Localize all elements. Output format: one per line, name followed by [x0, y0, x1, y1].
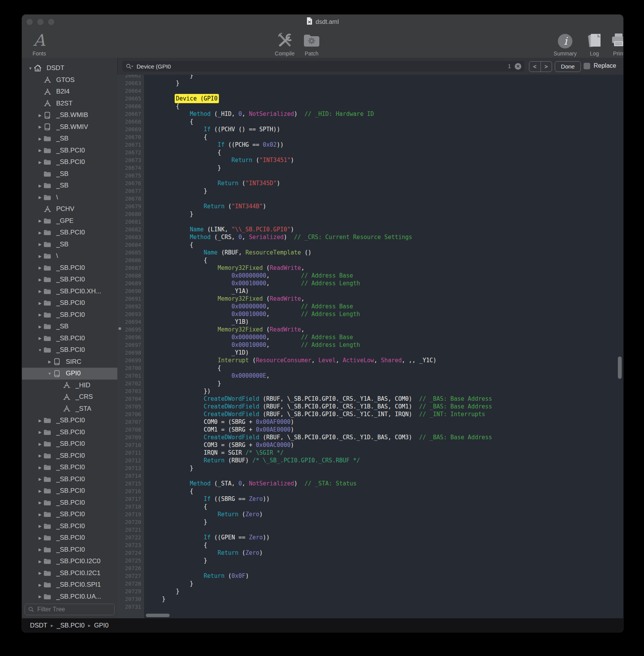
code-line[interactable]: 20665 Device (GPI0: [117, 95, 623, 102]
code-line[interactable]: 20708 COM1 = (SBRG + 0x00AE0000): [117, 426, 623, 433]
disclosure-right-icon[interactable]: ▶: [37, 137, 43, 141]
pane-splitter-handle[interactable]: [118, 327, 121, 330]
code-line[interactable]: 20706 CreateDWordField (RBUF, \_SB.PCI0.…: [117, 410, 623, 418]
code-line[interactable]: 20723 {: [117, 541, 623, 549]
code-line[interactable]: 20690 _Y1A): [117, 287, 623, 295]
breadcrumb-item-gpi0[interactable]: GPI0: [94, 622, 108, 629]
disclosure-right-icon[interactable]: ▶: [37, 418, 43, 423]
tree-item-sbpci0[interactable]: ▶_SB.PCI0: [22, 438, 117, 450]
tree-item-hid[interactable]: _HID: [22, 380, 117, 392]
tree-item-sbpci0[interactable]: ▶_SB.PCI0: [22, 474, 117, 485]
tree-item-sb[interactable]: ▶_SB: [22, 239, 117, 251]
disclosure-right-icon[interactable]: ▶: [37, 524, 43, 528]
code-line[interactable]: 20725 }: [117, 557, 623, 564]
tree-item-sbpci0ua[interactable]: ▶_SB.PCI0.UA...: [22, 591, 117, 602]
tree-item-sbpci0[interactable]: ▶_SB.PCI0: [22, 297, 117, 309]
disclosure-right-icon[interactable]: ▶: [37, 465, 43, 470]
code-line[interactable]: 20701 0x0000000E,: [117, 372, 623, 380]
code-line[interactable]: 20709 CreateDWordField (RBUF, \_SB.PCI0.…: [117, 433, 623, 441]
code-line[interactable]: 20707 COM0 = (SBRG + 0x00AF0000): [117, 418, 623, 426]
code-line[interactable]: 20684 {: [117, 241, 623, 249]
tree-item-sb[interactable]: _SB: [22, 168, 117, 180]
disclosure-right-icon[interactable]: ▶: [37, 289, 43, 293]
code-line[interactable]: 20721: [117, 526, 623, 534]
tree-item-sbpci0[interactable]: ▶_SB.PCI0: [22, 333, 117, 345]
tree-item-sbpci0[interactable]: ▼_SB.PCI0: [22, 344, 117, 356]
code-line[interactable]: 20666 {: [117, 102, 623, 110]
disclosure-right-icon[interactable]: ▶: [37, 325, 43, 329]
code-line[interactable]: 20685 Name (RBUF, ResourceTemplate (): [117, 249, 623, 256]
horizontal-scrollbar[interactable]: [146, 614, 170, 617]
disclosure-right-icon[interactable]: ▶: [47, 360, 53, 364]
breadcrumb-item-sbpci0[interactable]: _SB.PCI0: [57, 622, 84, 629]
code-line[interactable]: 20705 CreateDWordField (RBUF, \_SB.PCI0.…: [117, 403, 623, 410]
code-line[interactable]: 20667 Method (_HID, 0, NotSerialized) //…: [117, 110, 623, 118]
tree-item-sbpci0[interactable]: ▶_SB.PCI0: [22, 274, 117, 286]
tree-item-sbpci0[interactable]: ▶_SB.PCI0: [22, 309, 117, 321]
disclosure-right-icon[interactable]: ▶: [37, 313, 43, 317]
code-line[interactable]: 20703 }): [117, 387, 623, 395]
code-line[interactable]: 20715 Method (_STA, 0, NotSerialized) //…: [117, 480, 623, 487]
disclosure-right-icon[interactable]: ▶: [37, 489, 43, 493]
code-editor[interactable]: 20662 }20663 }2066420665 Device (GPI0206…: [117, 75, 623, 618]
tree-item-gpe[interactable]: ▶_GPE: [22, 215, 117, 227]
code-line[interactable]: 20693 0x00010000, // Address Length: [117, 310, 623, 318]
done-button[interactable]: Done: [555, 61, 581, 72]
code-line[interactable]: 20726: [117, 564, 623, 572]
disclosure-right-icon[interactable]: ▶: [37, 219, 43, 223]
tree-item-[interactable]: ▶\: [22, 192, 117, 204]
code-line[interactable]: 20682 Name (LINK, "\\_SB.PCI0.GPI0"): [117, 226, 623, 233]
tree-item-b2i4[interactable]: B2I4: [22, 86, 117, 98]
code-line[interactable]: 20688 0x00000000, // Address Base: [117, 272, 623, 279]
tree-item-pchv[interactable]: PCHV: [22, 203, 117, 215]
tree-item-sbpci0[interactable]: ▶_SB.PCI0: [22, 145, 117, 157]
code-line[interactable]: 20694 _Y1B): [117, 318, 623, 326]
code-line[interactable]: 20675: [117, 172, 623, 179]
disclosure-right-icon[interactable]: ▶: [37, 536, 43, 540]
disclosure-right-icon[interactable]: ▶: [37, 571, 43, 575]
code-line[interactable]: 20711 IRQN = SGIR /* \SGIR */: [117, 449, 623, 457]
disclosure-right-icon[interactable]: ▶: [37, 430, 43, 434]
tree-item-sbwmiv[interactable]: ▶_SB.WMIV: [22, 121, 117, 133]
code-line[interactable]: 20722 If ((GPEN == Zero)): [117, 534, 623, 541]
patch-button[interactable]: Patch: [290, 30, 333, 57]
code-line[interactable]: 20700 {: [117, 364, 623, 372]
code-line[interactable]: 20663 }: [117, 79, 623, 87]
code-line[interactable]: 20714: [117, 472, 623, 480]
tree-item-gtos[interactable]: GTOS: [22, 74, 117, 86]
code-line[interactable]: 20664: [117, 87, 623, 95]
code-line[interactable]: 20720 }: [117, 518, 623, 526]
code-line[interactable]: 20670 {: [117, 133, 623, 141]
disclosure-right-icon[interactable]: ▶: [37, 336, 43, 340]
code-line[interactable]: 20680 }: [117, 210, 623, 218]
disclosure-right-icon[interactable]: ▶: [37, 477, 43, 481]
tree-item-sbpci0i2c0[interactable]: ▶_SB.PCI0.I2C0: [22, 556, 117, 567]
titlebar[interactable]: dsdt.aml: [22, 15, 623, 29]
code-line[interactable]: 20676 Return ("INT345D"): [117, 179, 623, 187]
code-line[interactable]: 20727 Return (0x0F): [117, 572, 623, 580]
tree-item-sb[interactable]: ▶_SB: [22, 321, 117, 333]
tree-item-crs[interactable]: _CRS: [22, 391, 117, 403]
disclosure-right-icon[interactable]: ▶: [37, 559, 43, 564]
code-line[interactable]: 20674 }: [117, 164, 623, 172]
tree-item-b2st[interactable]: B2ST: [22, 98, 117, 110]
disclosure-down-icon[interactable]: ▼: [37, 348, 43, 352]
code-line[interactable]: 20710 COM3 = (SBRG + 0x00AC0000): [117, 441, 623, 449]
code-line[interactable]: 20713 }: [117, 464, 623, 472]
fonts-button[interactable]: A Fonts: [22, 30, 60, 57]
disclosure-right-icon[interactable]: ▶: [37, 125, 43, 129]
tree-item-sbpci0xh[interactable]: ▶_SB.PCI0.XH...: [22, 286, 117, 298]
tree-item-sbpci0[interactable]: ▶_SB.PCI0: [22, 485, 117, 497]
disclosure-right-icon[interactable]: ▶: [37, 583, 43, 587]
disclosure-right-icon[interactable]: ▶: [37, 512, 43, 517]
code-line[interactable]: 20683 Method (_CRS, 0, Serialized) // _C…: [117, 233, 623, 241]
disclosure-right-icon[interactable]: ▶: [37, 184, 43, 188]
breadcrumb-item-dsdt[interactable]: DSDT: [30, 622, 47, 629]
code-line[interactable]: 20689 0x00010000, // Address Length: [117, 279, 623, 287]
tree-item-sirc[interactable]: ▶SIRC: [22, 356, 117, 368]
code-line[interactable]: 20692 0x00000000, // Address Base: [117, 303, 623, 310]
tree-item-sbpci0[interactable]: ▶_SB.PCI0: [22, 509, 117, 520]
tree-item-sbpci0[interactable]: ▶_SB.PCI0: [22, 450, 117, 462]
tree-item-sbwmib[interactable]: ▶_SB.WMIB: [22, 109, 117, 121]
tree-item-sbpci0[interactable]: ▶_SB.PCI0: [22, 227, 117, 239]
